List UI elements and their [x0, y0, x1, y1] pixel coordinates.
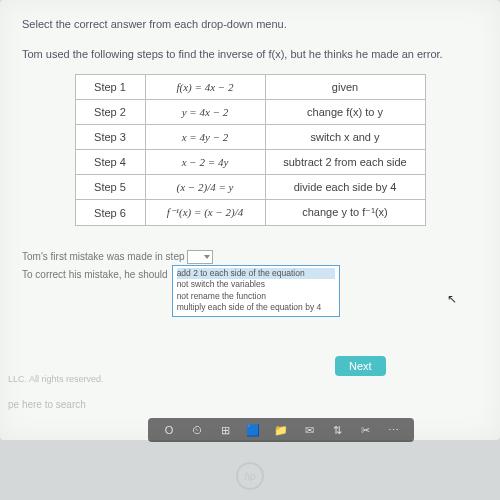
dropdown-option[interactable]: not rename the function	[177, 291, 335, 302]
search-hint[interactable]: pe here to search	[8, 399, 86, 410]
explorer-icon[interactable]: 📁	[274, 423, 288, 437]
taskview-icon[interactable]: ⏲	[190, 423, 204, 437]
table-row: Step 6f⁻¹(x) = (x − 2)/4change y to f⁻¹(…	[75, 200, 425, 226]
taskbar: O ⏲ ⊞ 🟦 📁 ✉ ⇅ ✂ ⋯	[148, 418, 414, 442]
table-row: Step 3x = 4y − 2switch x and y	[75, 125, 425, 150]
answer-line2: To correct his mistake, he should	[22, 266, 168, 284]
copyright-text: LLC. All rights reserved.	[8, 374, 104, 384]
hp-logo: hp	[236, 462, 264, 490]
answer-line1: Tom's first mistake was made in step	[22, 251, 185, 262]
correction-dropdown[interactable]: add 2 to each side of the equation not s…	[172, 265, 340, 317]
prompt-text: Tom used the following steps to find the…	[22, 48, 478, 60]
instruction-text: Select the correct answer from each drop…	[22, 18, 478, 30]
table-row: Step 4x − 2 = 4ysubtract 2 from each sid…	[75, 150, 425, 175]
table-row: Step 5(x − 2)/4 = ydivide each side by 4	[75, 175, 425, 200]
cortana-icon[interactable]: O	[162, 423, 176, 437]
more-icon[interactable]: ⋯	[386, 423, 400, 437]
dropdown-option[interactable]: multiply each side of the equation by 4	[177, 302, 335, 313]
dropbox-icon[interactable]: ⇅	[330, 423, 344, 437]
table-row: Step 1f(x) = 4x − 2given	[75, 75, 425, 100]
dropdown-option[interactable]: not switch the variables	[177, 279, 335, 290]
snip-icon[interactable]: ✂	[358, 423, 372, 437]
table-row: Step 2y = 4x − 2change f(x) to y	[75, 100, 425, 125]
step-dropdown[interactable]	[187, 250, 213, 264]
start-icon[interactable]: ⊞	[218, 423, 232, 437]
dropdown-option[interactable]: add 2 to each side of the equation	[177, 268, 335, 279]
steps-table: Step 1f(x) = 4x − 2given Step 2y = 4x − …	[75, 74, 426, 226]
app-icon[interactable]: 🟦	[246, 423, 260, 437]
cursor-icon: ↖	[447, 292, 457, 306]
next-button[interactable]: Next	[335, 356, 386, 376]
mail-icon[interactable]: ✉	[302, 423, 316, 437]
